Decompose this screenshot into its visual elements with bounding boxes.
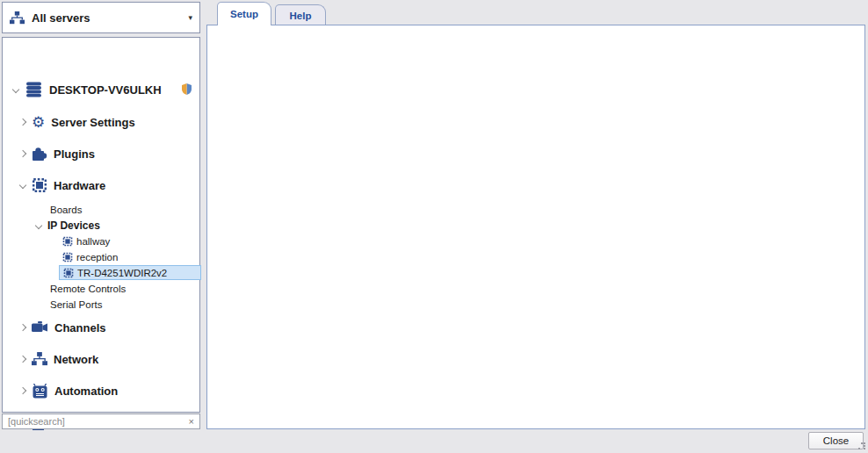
tree-item-label: Network xyxy=(54,353,98,366)
gear-icon: ⚙ xyxy=(32,115,45,130)
chevron-down-icon[interactable]: ▾ xyxy=(188,14,192,22)
tree-item-server[interactable]: DESKTOP-VV6ULKH xyxy=(13,81,162,98)
chevron-right-icon[interactable] xyxy=(19,324,26,331)
chevron-right-icon[interactable] xyxy=(19,387,26,394)
chip-icon xyxy=(63,268,74,278)
chip-icon xyxy=(62,252,73,262)
resize-grip[interactable] xyxy=(858,442,866,450)
tree-item-server-settings[interactable]: ⚙ Server Settings xyxy=(20,113,135,131)
tree-item-serial-ports[interactable]: Serial Ports xyxy=(50,298,102,312)
tree-item-ip-devices[interactable]: IP Devices xyxy=(36,219,100,233)
tree-item-hardware[interactable]: Hardware xyxy=(20,176,105,194)
tree-item-remote-controls[interactable]: Remote Controls xyxy=(50,282,126,296)
close-button-label: Close xyxy=(823,435,849,446)
tree-item-label: TR-D4251WDIR2v2 xyxy=(77,268,167,278)
tree-item-label: DESKTOP-VV6ULKH xyxy=(49,83,162,97)
chevron-down-icon[interactable] xyxy=(35,222,42,229)
quicksearch-input[interactable] xyxy=(8,416,185,427)
tree-item-label: Channels xyxy=(54,321,106,334)
tree-item-label: Automation xyxy=(54,385,118,398)
all-servers-icon xyxy=(10,11,25,25)
tree-item-label: Plugins xyxy=(54,147,95,161)
tree-item-boards[interactable]: Boards xyxy=(50,203,82,217)
chevron-right-icon[interactable] xyxy=(19,356,26,363)
chevron-right-icon[interactable] xyxy=(19,150,26,157)
tree-item-reception[interactable]: reception xyxy=(62,250,118,264)
shield-badge-icon xyxy=(182,83,192,95)
setup-panel xyxy=(206,25,865,429)
tree-item-label: Hardware xyxy=(54,179,105,192)
tree-item-label: Serial Ports xyxy=(50,299,102,310)
tree-item-label: Remote Controls xyxy=(50,284,126,294)
video-camera-icon xyxy=(32,321,48,334)
tree-item-label: IP Devices xyxy=(47,219,100,232)
clear-search-icon[interactable]: × xyxy=(189,416,194,427)
tree-item-label: Boards xyxy=(50,205,82,215)
tree-item-automation[interactable]: Automation xyxy=(20,382,118,399)
server-selector[interactable]: All servers ▾ xyxy=(2,2,200,33)
tab-help[interactable]: Help xyxy=(275,4,326,25)
tree-item-selected-device[interactable]: TR-D4251WDIR2v2 xyxy=(59,265,201,280)
tree-item-label: Server Settings xyxy=(51,116,134,129)
chip-icon xyxy=(32,177,47,193)
database-icon xyxy=(25,82,43,97)
tree-item-plugins[interactable]: Plugins xyxy=(20,145,95,162)
tree-item-hallway[interactable]: hallway xyxy=(62,234,110,248)
robot-icon xyxy=(32,384,48,399)
chevron-down-icon[interactable] xyxy=(12,86,19,93)
tab-label: Help xyxy=(290,11,312,21)
chip-icon xyxy=(62,236,73,247)
network-icon xyxy=(32,352,47,366)
quicksearch-box: × xyxy=(2,413,200,429)
tab-label: Setup xyxy=(230,9,258,19)
tree-item-network[interactable]: Network xyxy=(20,350,98,368)
tree-item-label: hallway xyxy=(76,236,110,247)
chevron-right-icon[interactable] xyxy=(19,119,26,126)
tree-item-channels[interactable]: Channels xyxy=(20,319,106,336)
tab-setup[interactable]: Setup xyxy=(217,2,271,25)
puzzle-icon xyxy=(32,147,47,162)
server-selector-label: All servers xyxy=(32,11,181,25)
chevron-down-icon[interactable] xyxy=(19,182,26,189)
close-button[interactable]: Close xyxy=(808,432,864,449)
tree-item-label: reception xyxy=(76,252,118,262)
device-tree: DESKTOP-VV6ULKH ⚙ Server Settings Plugin… xyxy=(2,37,200,413)
